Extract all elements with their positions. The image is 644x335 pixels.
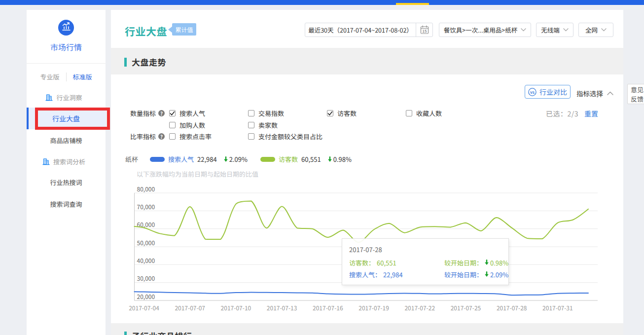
feedback-tab[interactable]: 意见 反馈	[627, 84, 644, 104]
page-title: 行业大盘	[125, 24, 167, 38]
trend-panel: vs 行业对比 指标选择 数量指标 ? 比率指标 ? 搜索人气 交易指数	[111, 74, 623, 323]
checkbox-label: 支付金额较父类目占比	[258, 132, 322, 141]
scope-select[interactable]: 全网	[578, 23, 613, 37]
legend-series-value: 60,551	[301, 154, 321, 164]
checkbox-label: 卖家数	[258, 120, 278, 130]
quantity-metrics-label: 数量指标 ?	[130, 109, 165, 118]
checkbox-label: 搜索点击率	[179, 132, 212, 141]
tooltip-compare-label: 较开始日期：	[444, 258, 483, 267]
active-nav-tab-indicator	[396, 3, 429, 5]
tooltip-series-name: 访客数：	[349, 258, 375, 267]
sidebar-group-search-analysis[interactable]: 搜索词分析	[27, 156, 106, 166]
checkbox-box[interactable]	[169, 122, 176, 128]
legend-series-value: 22,984	[197, 154, 217, 164]
industry-compare-button[interactable]: vs 行业对比	[525, 85, 571, 99]
checkbox-box[interactable]	[169, 133, 176, 140]
checkbox-seller-count[interactable]: 卖家数	[248, 120, 278, 130]
chevron-up-icon	[607, 91, 613, 95]
terminal-value: 无线端	[541, 25, 560, 35]
ratio-metrics-label: 比率指标 ?	[130, 132, 165, 141]
change-value: 2.09%	[229, 154, 248, 164]
annotation-highlight-box	[35, 108, 110, 130]
ratio-metrics-text: 比率指标	[130, 132, 156, 141]
feedback-label-line1: 意见	[628, 85, 644, 94]
selection-info: 已选：2/3 重置	[546, 109, 598, 118]
section-accent-bar	[124, 58, 127, 67]
category-select[interactable]: 餐饮具>一次...桌用品>纸杯	[439, 23, 531, 37]
next-section-title: 子行业商品排行	[132, 330, 192, 335]
industry-compare-label: 行业对比	[539, 87, 567, 97]
sidebar-item-search-word-query[interactable]: 搜索词查询	[27, 199, 106, 209]
down-arrow-icon	[484, 260, 489, 265]
sidebar-group-label: 行业洞察	[56, 93, 82, 102]
tooltip-compare-label: 较开始日期：	[444, 270, 483, 279]
chart-tooltip: 2017-07-28 访客数： 60,551 较开始日期： 0.98% 搜索人气…	[342, 238, 509, 285]
tooltip-compare: 较开始日期： 2.09%	[444, 270, 508, 279]
next-section-band: 子行业商品排行	[111, 323, 623, 335]
tooltip-series-value: 60,551	[377, 258, 396, 267]
scope-value: 全网	[585, 25, 598, 35]
checkbox-label: 收藏人数	[416, 109, 442, 118]
tooltip-change-value: 2.09%	[490, 270, 508, 279]
down-arrow-icon	[484, 271, 489, 277]
section-band: 大盘走势	[111, 48, 623, 74]
section-title: 大盘走势	[132, 56, 166, 68]
selected-count: 已选：2/3	[546, 109, 578, 118]
tooltip-change-value: 0.98%	[490, 258, 508, 267]
legend-series-change: 2.09%	[223, 154, 248, 164]
tooltip-row-search: 搜索人气： 22,984 较开始日期： 2.09%	[349, 270, 506, 279]
legend-series-name: 搜索人气	[168, 154, 194, 164]
chevron-down-icon	[563, 28, 569, 32]
sidebar-menu: 行业洞察 行业大盘 商品店铺榜 搜索词分析 行业热搜词 搜索词查询	[27, 10, 106, 335]
tooltip-series-value: 22,984	[383, 270, 403, 279]
checkbox-favorite-count[interactable]: 收藏人数	[406, 109, 442, 118]
active-item-bar	[27, 108, 29, 129]
chevron-down-icon	[601, 28, 607, 32]
legend-series-name: 访客数	[279, 154, 298, 164]
checkbox-box[interactable]	[327, 110, 333, 116]
down-arrow-icon	[223, 156, 228, 162]
building-icon	[45, 94, 53, 101]
checkbox-box[interactable]	[248, 133, 254, 140]
checkbox-payment-ratio[interactable]: 支付金额较父类目占比	[248, 132, 322, 141]
sidebar-item-hot-search-words[interactable]: 行业热搜词	[27, 177, 106, 187]
checkbox-box[interactable]	[248, 122, 254, 128]
checkbox-box[interactable]	[169, 110, 176, 116]
chevron-down-icon	[521, 28, 526, 32]
sidebar-item-goods-shop-rank[interactable]: 商品店铺榜	[27, 135, 106, 145]
indicator-select-label: 指标选择	[576, 88, 603, 98]
checkbox-cart-add-count[interactable]: 加购人数	[169, 120, 205, 130]
sidebar-group-industry-insight[interactable]: 行业洞察	[27, 92, 106, 102]
section-header: 大盘走势	[124, 56, 166, 68]
legend-series-change: 0.98%	[327, 154, 352, 164]
legend-pill-blue[interactable]	[150, 157, 165, 162]
indicator-select-toggle[interactable]: 指标选择	[576, 88, 613, 98]
checkbox-search-popularity[interactable]: 搜索人气	[169, 109, 205, 118]
checkbox-box[interactable]	[406, 110, 412, 116]
legend-pill-green[interactable]	[260, 157, 275, 162]
section-accent-bar	[124, 332, 127, 335]
legend-category: 纸杯	[125, 154, 138, 164]
sidebar: 市场行情 专业版 标准版 行业洞察 行业大	[27, 10, 106, 335]
checkbox-visitor-count[interactable]: 访客数	[327, 109, 357, 118]
category-value: 餐饮具>一次...桌用品>纸杯	[444, 25, 517, 35]
terminal-select[interactable]: 无线端	[536, 23, 573, 37]
help-icon[interactable]: ?	[158, 110, 165, 116]
page-header: 行业大盘 累计值 最近30天（2017-07-04~2017-08-02） 15…	[111, 10, 623, 48]
checkbox-box[interactable]	[248, 110, 254, 116]
date-range-value: 最近30天（2017-07-04~2017-08-02）	[308, 25, 413, 35]
down-arrow-icon	[327, 156, 332, 162]
reset-link[interactable]: 重置	[584, 109, 598, 118]
checkbox-transaction-index[interactable]: 交易指数	[248, 109, 284, 118]
checkbox-search-click-rate[interactable]: 搜索点击率	[169, 132, 212, 141]
help-icon[interactable]: ?	[158, 133, 165, 140]
tooltip-date: 2017-07-28	[349, 245, 382, 254]
feedback-label-line2: 反馈	[628, 94, 644, 104]
top-nav-bar	[0, 0, 644, 5]
tooltip-row-visitors: 访客数： 60,551 较开始日期： 0.98%	[349, 258, 506, 267]
vs-icon: vs	[528, 88, 537, 96]
svg-text:vs: vs	[530, 88, 535, 94]
tooltip-compare: 较开始日期： 0.98%	[444, 258, 508, 267]
date-range-select[interactable]: 最近30天（2017-07-04~2017-08-02） 15	[305, 23, 433, 37]
quantity-metrics-text: 数量指标	[130, 109, 156, 118]
